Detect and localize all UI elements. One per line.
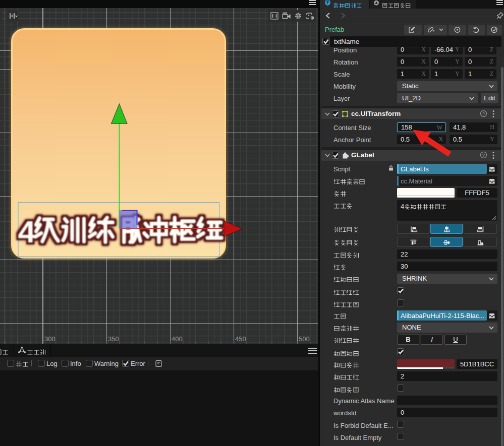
svg-text:?: ? <box>482 111 485 116</box>
svg-text:?: ? <box>482 152 485 158</box>
